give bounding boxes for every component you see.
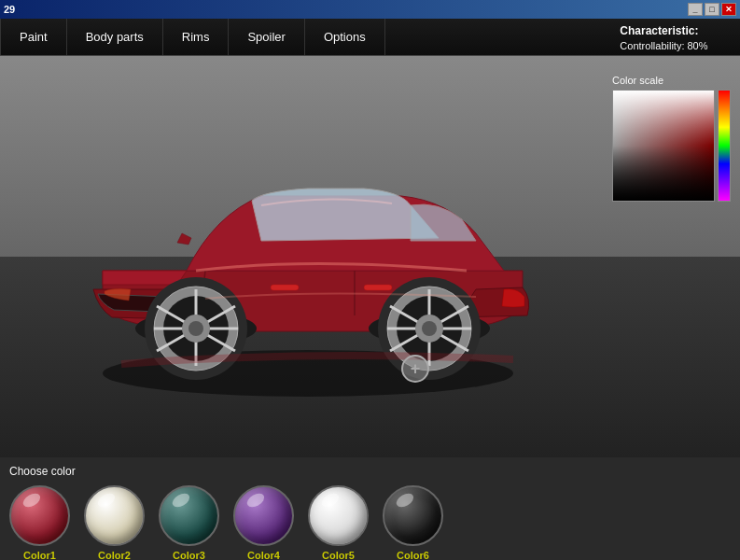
swatch-color5[interactable] — [308, 485, 369, 546]
swatch-container-color4[interactable]: Color4 — [233, 485, 294, 560]
swatch-container-color5[interactable]: Color5 — [308, 485, 369, 560]
swatch-color3[interactable] — [159, 485, 219, 546]
menu-item-rims[interactable]: Rims — [163, 19, 230, 55]
title-bar-controls: _ □ ✕ — [688, 3, 736, 16]
maximize-button[interactable]: □ — [705, 3, 719, 16]
menu-item-options[interactable]: Options — [305, 19, 385, 55]
main-container: Paint Body parts Rims Spoiler Options Ch… — [0, 19, 740, 560]
swatch-label-color4: Color4 — [247, 550, 280, 560]
swatch-label-color3: Color3 — [173, 550, 205, 560]
window-title: 29 — [4, 4, 15, 15]
controllability: Controllability: 80% — [620, 38, 731, 53]
swatch-label-color6: Color6 — [397, 550, 429, 560]
swatch-color1[interactable] — [9, 485, 70, 546]
menu-item-body-parts[interactable]: Body parts — [67, 19, 163, 55]
menu-item-paint[interactable]: Paint — [0, 19, 67, 55]
title-bar: 29 _ □ ✕ — [0, 0, 740, 19]
color-swatches: Color1Color2Color3Color4Color5Color6 — [9, 485, 731, 560]
swatch-container-color6[interactable]: Color6 — [383, 485, 443, 560]
swatch-color6[interactable] — [383, 485, 443, 546]
swatch-label-color1: Color1 — [23, 550, 56, 560]
color-scale-panel: Color scale — [612, 75, 731, 202]
car-area: + Color scale — [0, 56, 740, 457]
swatch-container-color1[interactable]: Color1 — [9, 485, 70, 560]
zoom-icon[interactable]: + — [401, 355, 429, 383]
swatch-label-color5: Color5 — [322, 550, 355, 560]
swatch-color2[interactable] — [84, 485, 145, 546]
close-button[interactable]: ✕ — [721, 3, 736, 16]
hue-strip[interactable] — [718, 90, 731, 202]
color-gradient[interactable] — [612, 90, 715, 202]
car-svg — [47, 84, 569, 401]
swatch-label-color2: Color2 — [98, 550, 131, 560]
swatch-container-color2[interactable]: Color2 — [84, 485, 145, 560]
minimize-button[interactable]: _ — [688, 3, 703, 16]
car-display — [47, 84, 569, 401]
char-title: Characteristic: — [620, 23, 731, 38]
menu-item-spoiler[interactable]: Spoiler — [229, 19, 304, 55]
color-scale-container[interactable] — [612, 90, 731, 202]
svg-point-12 — [188, 321, 203, 336]
swatch-color4[interactable] — [233, 485, 294, 546]
svg-rect-2 — [364, 285, 392, 290]
menu-bar: Paint Body parts Rims Spoiler Options Ch… — [0, 19, 740, 56]
color-scale-label: Color scale — [612, 75, 731, 86]
bottom-panel: Choose color Color1Color2Color3Color4Col… — [0, 457, 740, 560]
choose-color-label: Choose color — [9, 465, 731, 478]
svg-point-22 — [422, 321, 437, 336]
svg-rect-1 — [271, 285, 299, 290]
swatch-container-color3[interactable]: Color3 — [159, 485, 219, 560]
